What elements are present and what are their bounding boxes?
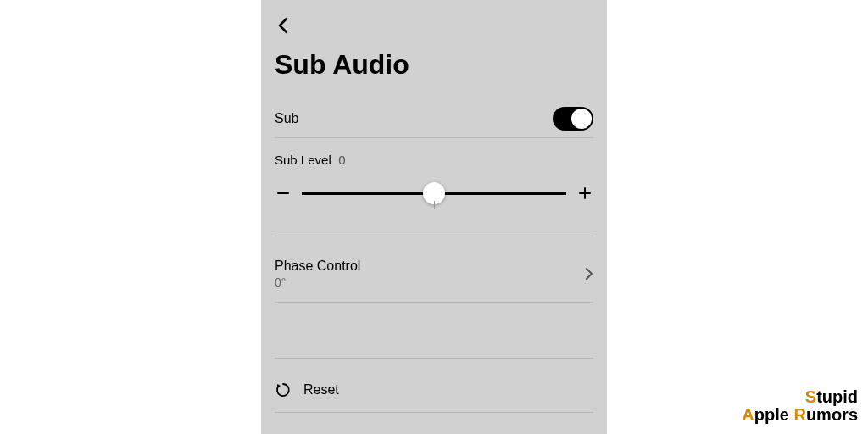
divider bbox=[275, 236, 593, 236]
phase-control-label: Phase Control bbox=[275, 259, 360, 274]
sub-toggle-label: Sub bbox=[275, 111, 298, 126]
sub-toggle-row: Sub bbox=[275, 102, 593, 136]
sub-level-label: Sub Level bbox=[275, 153, 331, 167]
divider bbox=[275, 412, 593, 413]
sub-level-label-row: Sub Level 0 bbox=[275, 153, 593, 168]
page-title: Sub Audio bbox=[275, 49, 409, 81]
toggle-knob bbox=[571, 108, 592, 129]
sub-level-slider-row bbox=[275, 185, 593, 202]
phase-control-row[interactable]: Phase Control 0° bbox=[275, 253, 593, 295]
decrease-button[interactable] bbox=[275, 185, 292, 202]
svg-marker-3 bbox=[277, 384, 281, 388]
watermark-line1: Stupid bbox=[742, 388, 858, 406]
back-button[interactable] bbox=[273, 15, 293, 36]
divider bbox=[275, 302, 593, 303]
watermark-line2: Apple Rumors bbox=[742, 406, 858, 424]
watermark: Stupid Apple Rumors bbox=[742, 388, 858, 424]
sub-level-section: Sub Level 0 bbox=[275, 153, 593, 202]
sub-toggle[interactable] bbox=[553, 107, 593, 131]
slider-center-tick bbox=[434, 201, 435, 209]
chevron-left-icon bbox=[277, 17, 289, 34]
sub-level-slider[interactable] bbox=[302, 192, 566, 195]
sub-level-value: 0 bbox=[338, 153, 345, 167]
phase-control-value: 0° bbox=[275, 275, 360, 289]
plus-icon bbox=[578, 186, 592, 200]
reset-row[interactable]: Reset bbox=[275, 373, 593, 407]
chevron-right-icon bbox=[585, 267, 593, 281]
divider bbox=[275, 137, 593, 138]
divider bbox=[275, 358, 593, 359]
phase-control-text: Phase Control 0° bbox=[275, 259, 360, 289]
reset-label: Reset bbox=[303, 382, 339, 398]
reset-icon bbox=[275, 381, 292, 398]
increase-button[interactable] bbox=[576, 185, 593, 202]
settings-panel: Sub Audio Sub Sub Level 0 bbox=[261, 0, 607, 434]
minus-icon bbox=[276, 186, 290, 200]
